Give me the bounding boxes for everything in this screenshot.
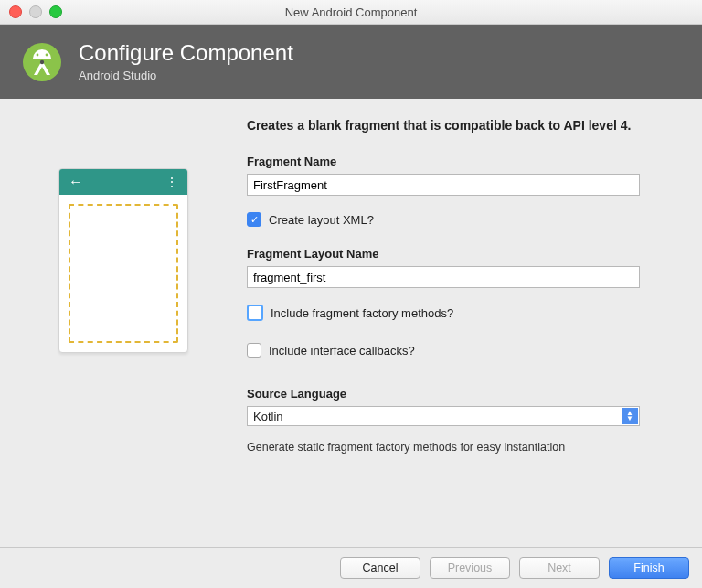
dropdown-arrows-icon[interactable]: ▲▼ — [622, 408, 638, 424]
phone-appbar: ← ⋮ — [59, 169, 187, 195]
header-text: Configure Component Android Studio — [79, 41, 293, 82]
svg-point-1 — [37, 53, 39, 56]
include-factory-methods-row[interactable]: Include fragment factory methods? — [247, 305, 675, 321]
phone-preview: ← ⋮ — [58, 168, 188, 353]
form-column: Creates a blank fragment that is compati… — [247, 117, 675, 538]
finish-button[interactable]: Finish — [609, 557, 689, 579]
back-arrow-icon: ← — [69, 175, 83, 189]
fragment-layout-name-input[interactable] — [247, 266, 640, 288]
header-subtitle: Android Studio — [79, 69, 293, 82]
create-layout-xml-label: Create layout XML? — [269, 213, 374, 227]
fragment-layout-name-label: Fragment Layout Name — [247, 247, 675, 261]
window-title: New Android Component — [0, 5, 702, 19]
source-language-value: Kotlin — [253, 410, 283, 423]
create-layout-xml-checkbox[interactable]: ✓ — [247, 212, 261, 227]
preview-column: ← ⋮ — [27, 117, 219, 538]
source-language-label: Source Language — [247, 387, 675, 401]
dialog-window: New Android Component Configure Componen… — [0, 0, 702, 588]
include-interface-callbacks-checkbox[interactable] — [247, 343, 261, 358]
svg-point-2 — [46, 53, 48, 56]
svg-point-3 — [40, 59, 44, 63]
header-title: Configure Component — [79, 41, 293, 65]
footer-buttons: Cancel Previous Next Finish — [0, 547, 702, 588]
include-factory-methods-checkbox[interactable] — [247, 305, 263, 321]
phone-fragment-placeholder — [69, 204, 178, 343]
source-language-select[interactable]: Kotlin ▲▼ — [247, 406, 640, 426]
previous-button: Previous — [430, 557, 510, 579]
fragment-name-input[interactable] — [247, 174, 640, 196]
header-banner: Configure Component Android Studio — [0, 25, 702, 99]
titlebar: New Android Component — [0, 0, 702, 25]
include-interface-callbacks-label: Include interface callbacks? — [269, 344, 415, 358]
include-factory-methods-label: Include fragment factory methods? — [271, 306, 453, 320]
next-button: Next — [519, 557, 600, 579]
description-text: Creates a blank fragment that is compati… — [247, 117, 675, 134]
hint-text: Generate static fragment factory methods… — [247, 441, 675, 454]
cancel-button[interactable]: Cancel — [340, 557, 420, 579]
android-studio-logo — [22, 42, 62, 82]
include-interface-callbacks-row[interactable]: Include interface callbacks? — [247, 343, 675, 358]
content-area: ← ⋮ Creates a blank fragment that is com… — [0, 99, 702, 547]
fragment-name-label: Fragment Name — [247, 155, 675, 168]
create-layout-xml-row[interactable]: ✓ Create layout XML? — [247, 212, 675, 227]
overflow-menu-icon: ⋮ — [165, 176, 178, 188]
